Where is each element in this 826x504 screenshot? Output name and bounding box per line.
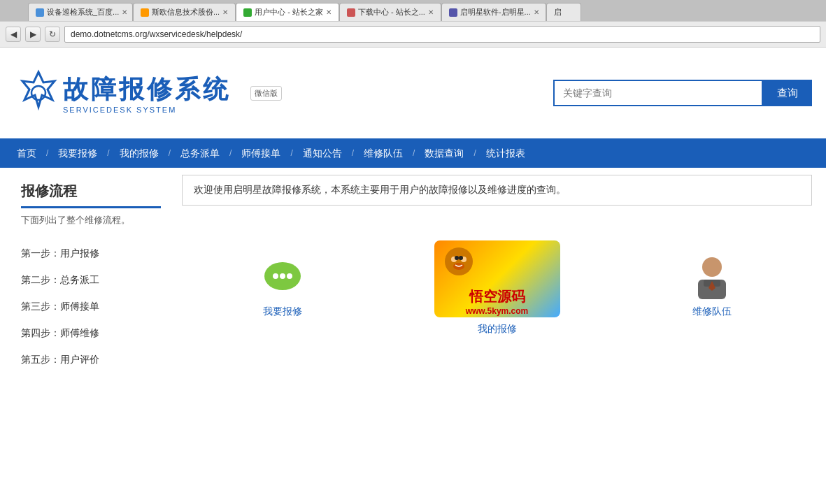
- nav-item-report[interactable]: 我要报修: [48, 138, 107, 168]
- logo-icon: [14, 69, 63, 117]
- sidebar-step-2: 第二步：总务派工: [21, 267, 161, 294]
- report-label: 我要报修: [263, 305, 302, 318]
- browser-toolbar: ◀ ▶ ↻ demo.dotnetcms.org/wxservicedesk/h…: [0, 21, 826, 48]
- quick-link-report[interactable]: 我要报修: [262, 258, 304, 318]
- tab-label-2: 斯欧信息技术股份...: [152, 7, 220, 17]
- sidebar-desc: 下面列出了整个维修流程。: [21, 214, 161, 226]
- main-content: 欢迎使用启明星故障报修系统，本系统主要用于用户的故障报修以及维修进度的查询。: [175, 175, 819, 504]
- team-icon: [691, 258, 733, 300]
- sidebar-title: 报修流程: [21, 182, 161, 208]
- nav-item-accept[interactable]: 师傅接单: [232, 138, 290, 168]
- browser-tab-4[interactable]: 下载中心 - 站长之... ✕: [339, 3, 441, 21]
- browser-tab-2[interactable]: 斯欧信息技术股份... ✕: [133, 3, 236, 21]
- sidebar: 报修流程 下面列出了整个维修流程。 第一步：用户报修 第二步：总务派工 第三步：…: [7, 175, 175, 504]
- search-area: 查询: [553, 80, 812, 106]
- svg-point-5: [280, 273, 285, 279]
- tab-close-1[interactable]: ✕: [122, 8, 127, 16]
- tab-close-2[interactable]: ✕: [222, 8, 228, 16]
- sidebar-step-3: 第三步：师傅接单: [21, 294, 161, 320]
- svg-point-13: [702, 257, 722, 277]
- tab-label-6: 启: [554, 7, 562, 17]
- watermark-cn: 悟空源码: [436, 287, 559, 306]
- forward-button[interactable]: ▶: [25, 27, 41, 42]
- svg-marker-0: [22, 72, 55, 107]
- sidebar-steps: 第一步：用户报修 第二步：总务派工 第三步：师傅接单 第四步：师傅维修 第五步：…: [21, 240, 161, 373]
- browser-tab-3[interactable]: 用户中心 - 站长之家 ✕: [236, 3, 339, 21]
- tab-favicon-4: [347, 8, 355, 17]
- site-header: 故障报修系统 SERVICEDESK SYSTEM 微信版 查询: [0, 48, 826, 138]
- sidebar-step-1: 第一步：用户报修: [21, 240, 161, 267]
- logo-text-area: 故障报修系统 SERVICEDESK SYSTEM: [63, 73, 231, 114]
- welcome-text: 欢迎使用启明星故障报修系统，本系统主要用于用户的故障报修以及维修进度的查询。: [194, 184, 566, 195]
- back-button[interactable]: ◀: [6, 27, 21, 42]
- quick-links-container: 我要报修: [182, 219, 812, 357]
- main-nav: 首页 / 我要报修 / 我的报修 / 总务派单 / 师傅接单 / 通知公告 / …: [0, 138, 826, 168]
- tab-favicon-5: [449, 8, 457, 17]
- nav-item-team[interactable]: 维修队伍: [354, 138, 413, 168]
- tab-label-5: 启明星软件-启明星...: [460, 7, 531, 17]
- logo-cn: 故障报修系统: [63, 73, 231, 107]
- tab-label-4: 下载中心 - 站长之...: [358, 7, 425, 17]
- quick-link-my-report[interactable]: 悟空源码 www.5kym.com 我的报修: [434, 240, 560, 336]
- logo-area: 故障报修系统 SERVICEDESK SYSTEM: [14, 69, 231, 117]
- sidebar-step-5: 第五步：用户评价: [21, 347, 161, 373]
- svg-point-11: [455, 256, 459, 260]
- tab-close-5[interactable]: ✕: [534, 8, 539, 16]
- tab-label-3: 用户中心 - 站长之家: [255, 7, 323, 17]
- tab-close-3[interactable]: ✕: [326, 8, 332, 16]
- logo-en: SERVICEDESK SYSTEM: [63, 106, 176, 114]
- browser-tab-5[interactable]: 启明星软件-启明星... ✕: [441, 3, 546, 21]
- page-wrapper: 故障报修系统 SERVICEDESK SYSTEM 微信版 查询 首页 / 我要…: [0, 48, 826, 504]
- search-button[interactable]: 查询: [763, 80, 812, 106]
- address-bar[interactable]: demo.dotnetcms.org/wxservicedesk/helpdes…: [64, 26, 820, 43]
- report-icon: [262, 258, 304, 300]
- svg-point-7: [445, 247, 473, 275]
- nav-item-home[interactable]: 首页: [7, 138, 46, 168]
- tab-label-1: 设备巡检系统_百度...: [47, 7, 119, 17]
- svg-point-12: [459, 256, 463, 260]
- nav-item-notice[interactable]: 通知公告: [293, 138, 352, 168]
- browser-tabs-bar: 设备巡检系统_百度... ✕ 斯欧信息技术股份... ✕ 用户中心 - 站长之家…: [0, 0, 826, 21]
- nav-item-dispatch[interactable]: 总务派单: [171, 138, 229, 168]
- browser-tab-6[interactable]: 启: [546, 3, 581, 21]
- wechat-badge: 微信版: [250, 86, 282, 101]
- refresh-button[interactable]: ↻: [45, 27, 60, 42]
- my-report-label: 我的报修: [478, 323, 517, 336]
- tab-close-4[interactable]: ✕: [428, 8, 434, 16]
- tab-favicon-1: [36, 8, 44, 17]
- nav-item-stats[interactable]: 统计报表: [476, 138, 535, 168]
- svg-point-6: [287, 273, 292, 279]
- quick-link-team[interactable]: 维修队伍: [691, 258, 733, 318]
- watermark-url: www.5kym.com: [436, 306, 559, 316]
- address-text: demo.dotnetcms.org/wxservicedesk/helpdes…: [71, 29, 242, 39]
- my-report-icon: 悟空源码 www.5kym.com: [434, 240, 560, 317]
- nav-item-my-report[interactable]: 我的报修: [110, 138, 169, 168]
- browser-tab-1[interactable]: 设备巡检系统_百度... ✕: [28, 3, 133, 21]
- svg-point-1: [31, 86, 45, 100]
- tab-favicon-3: [243, 8, 252, 17]
- content-wrapper: 报修流程 下面列出了整个维修流程。 第一步：用户报修 第二步：总务派工 第三步：…: [0, 168, 826, 504]
- tab-favicon-2: [141, 8, 149, 17]
- team-label: 维修队伍: [692, 305, 732, 318]
- search-input[interactable]: [553, 80, 763, 106]
- nav-item-data[interactable]: 数据查询: [415, 138, 473, 168]
- sidebar-step-4: 第四步：师傅维修: [21, 320, 161, 347]
- welcome-box: 欢迎使用启明星故障报修系统，本系统主要用于用户的故障报修以及维修进度的查询。: [182, 175, 812, 206]
- svg-point-4: [273, 273, 278, 279]
